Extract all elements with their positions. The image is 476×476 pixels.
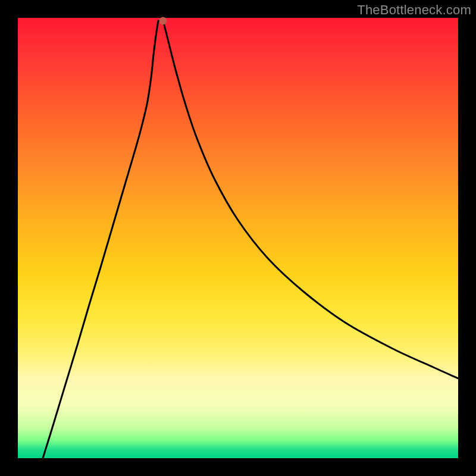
watermark-text: TheBottleneck.com <box>357 2 471 18</box>
chart-plot-area <box>18 18 458 458</box>
minimum-marker <box>159 17 167 25</box>
curve-path <box>43 21 458 458</box>
bottleneck-curve <box>18 18 458 458</box>
chart-frame: TheBottleneck.com <box>0 0 476 476</box>
